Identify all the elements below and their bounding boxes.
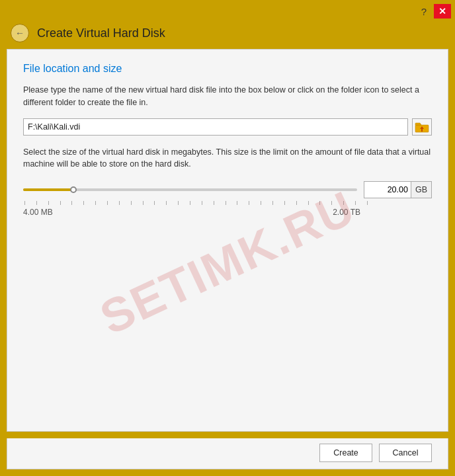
size-input[interactable]	[364, 182, 411, 198]
dialog-title: Create Virtual Hard Disk	[37, 26, 165, 40]
size-description: Select the size of the virtual hard disk…	[23, 146, 432, 171]
slider-track[interactable]	[23, 188, 357, 191]
tick	[178, 201, 179, 205]
range-label-min: 4.00 MB	[23, 208, 53, 217]
tick	[367, 201, 368, 205]
file-path-row	[23, 118, 432, 136]
help-button[interactable]: ?	[417, 4, 431, 19]
tick	[308, 201, 309, 205]
cancel-button[interactable]: Cancel	[379, 444, 432, 462]
browse-folder-button[interactable]	[412, 118, 432, 136]
tick	[143, 201, 144, 205]
tick	[71, 201, 72, 205]
tick	[237, 201, 237, 205]
file-description: Please type the name of the new virtual …	[23, 84, 432, 109]
dialog-content: File location and size Please type the n…	[7, 49, 448, 432]
tick	[166, 201, 167, 205]
tick	[202, 201, 202, 205]
tick	[24, 201, 25, 205]
tick	[319, 201, 320, 205]
tick	[249, 201, 249, 205]
tick	[226, 201, 226, 205]
tick	[214, 201, 214, 205]
tick	[284, 201, 285, 205]
folder-icon	[415, 121, 429, 133]
tick	[261, 201, 261, 205]
slider-fill	[23, 188, 73, 191]
tick	[48, 201, 49, 205]
tick	[355, 201, 356, 205]
tick	[331, 201, 332, 205]
tick	[107, 201, 108, 205]
section-title: File location and size	[23, 63, 432, 75]
tick	[296, 201, 297, 205]
file-path-input[interactable]	[23, 118, 408, 136]
tick	[83, 201, 84, 205]
tick	[272, 201, 273, 205]
size-unit: GB	[411, 182, 431, 198]
close-button[interactable]: ✕	[434, 4, 451, 19]
slider-row: GB	[23, 181, 432, 198]
back-button[interactable]: ←	[11, 24, 29, 42]
range-labels: 4.00 MB 2.00 TB	[23, 208, 432, 217]
tick	[95, 201, 96, 205]
tick	[36, 201, 37, 205]
title-bar-controls: ? ✕	[417, 4, 451, 19]
create-button[interactable]: Create	[319, 444, 372, 462]
tick	[119, 201, 120, 205]
tick	[131, 201, 132, 205]
tick	[154, 201, 155, 205]
dialog-header: ← Create Virtual Hard Disk	[0, 21, 455, 49]
title-bar: ? ✕	[0, 0, 455, 21]
dialog-footer: Create Cancel	[7, 438, 448, 469]
dialog-content-wrapper: SETIMK.RU File location and size Please …	[0, 49, 455, 476]
tick	[60, 201, 61, 205]
tick	[190, 201, 190, 205]
slider-thumb[interactable]	[70, 186, 77, 193]
size-input-group: GB	[364, 181, 432, 198]
tick	[343, 201, 344, 205]
range-label-max: 2.00 TB	[333, 208, 360, 217]
